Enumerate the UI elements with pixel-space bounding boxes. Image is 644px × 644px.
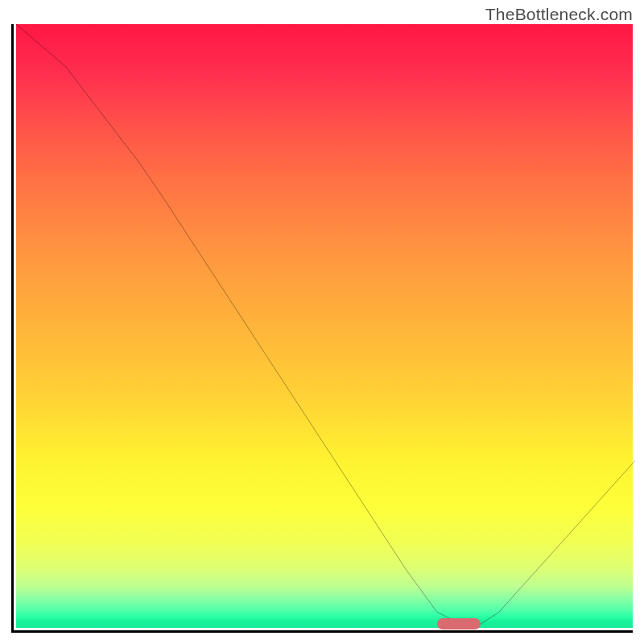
watermark-text: TheBottleneck.com: [485, 5, 633, 24]
bottleneck-curve: [16, 24, 635, 630]
plot-axes-frame: [11, 24, 633, 633]
optimal-point-marker: [437, 618, 481, 630]
